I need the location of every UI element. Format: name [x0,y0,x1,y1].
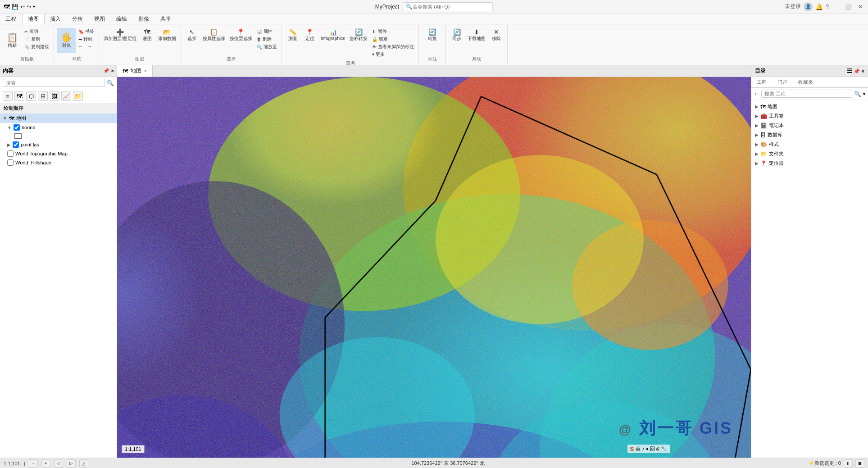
world-topo-checkbox[interactable] [7,150,14,157]
stop-status-btn[interactable]: ⏹ [855,459,864,468]
browse-btn[interactable]: 🖐 浏览 [57,28,76,53]
point-las-checkbox[interactable] [13,141,19,148]
layer-item-map[interactable]: ▼ 🗺 地图 [0,114,117,123]
download-icon: ⬇ [474,29,479,35]
layer-item-point-las[interactable]: ▶ point.las [0,140,117,149]
raster-btn[interactable]: 🖼 [50,91,59,101]
select-by-loc-btn[interactable]: 📍 按位置选择 [228,28,254,42]
group-btn[interactable]: 📁 [73,91,83,101]
infographics-btn[interactable]: 📊 Infographics [319,28,347,42]
pan-up-btn[interactable]: △ [79,459,88,468]
map-view-tab[interactable]: 🗺 地图 × [117,65,153,77]
select-by-attr-btn[interactable]: 📋 按属性选择 [201,28,227,42]
close-btn[interactable]: ✕ [856,4,864,10]
scale-down-btn[interactable]: - [29,459,38,468]
goto-btn[interactable]: ➡ 转到 [77,36,96,43]
toc-item-notebook[interactable]: ▶ 📓 笔记本 [751,121,868,130]
select-attr-icon: 📋 [210,29,218,35]
paste-btn[interactable]: 📋 粘贴 [3,28,22,53]
toc-item-folder[interactable]: ▶ 📁 文件夹 [751,149,868,159]
pause-status-btn[interactable]: ⏸ [844,459,853,468]
toc-item-toolbox[interactable]: ▶ 🧰 工具箱 [751,111,868,121]
bound-checkbox[interactable] [14,124,20,131]
zoom-sel-btn[interactable]: 🔍 缩放至 [255,43,279,50]
locate-btn[interactable]: 📍 定位 [302,28,318,42]
measure-btn[interactable]: 📏 测量 [285,28,301,42]
feature-btn[interactable]: ⬡ [26,91,36,101]
catalog-pin-btn[interactable]: 📌 [854,68,860,74]
tab-project[interactable]: 工程 [0,14,22,24]
dropdown-btn[interactable]: ▾ [33,4,35,9]
contents-close-btn[interactable]: × [111,68,114,74]
redo-btn[interactable]: ↪ [27,4,31,10]
copy-btn[interactable]: 📄 复制 [23,36,51,43]
scale-up-btn[interactable]: + [41,459,50,468]
layer-item-bound[interactable]: ▼ bound [0,123,117,132]
toc-search-input[interactable] [761,90,852,98]
tab-imagery[interactable]: 影像 [133,14,155,24]
scale-value: 1:1,101 [125,446,141,452]
minimize-btn[interactable]: — [832,4,841,10]
catalog-close-btn[interactable]: × [862,68,864,74]
lock-btn[interactable]: 🔒 锁定 [370,36,416,43]
basemap-btn[interactable]: 🗺 底图 [139,28,155,42]
copy-path-btn[interactable]: 📎 复制路径 [23,43,51,50]
coord-transform-btn[interactable]: 🔄 坐标转换 [348,28,369,42]
nav-back-btn[interactable]: ← [77,43,85,49]
user-avatar[interactable]: 👤 [804,2,813,11]
toc-dropdown-btn[interactable]: ▾ [863,91,865,96]
tab-favorites[interactable]: 收藏夹 [793,77,818,87]
toc-search-icon[interactable]: 🔍 [854,91,861,97]
attribute-btn[interactable]: 📊 属性 [255,28,279,35]
catalog-menu-btn[interactable]: ☰ [847,68,852,74]
pan-left-btn[interactable]: ◁ [54,459,63,468]
download-map-btn[interactable]: ⬇ 下载地图 [466,28,487,42]
toc-item-style[interactable]: ▶ 🎨 样式 [751,140,868,149]
tab-insert[interactable]: 插入 [45,14,67,24]
pan-right-btn[interactable]: ▷ [67,459,76,468]
layer-type-btn[interactable]: 🗺 [14,91,24,101]
list-view-btn[interactable]: ≡ [3,91,13,101]
tab-view[interactable]: 视图 [89,14,111,24]
contents-search-icon[interactable]: 🔍 [107,80,114,86]
layer-item-world-topo[interactable]: World Topographic Map [0,149,117,158]
cut-btn[interactable]: ✂ 剪切 [23,28,51,35]
nav-fwd-btn[interactable]: → [86,43,94,49]
toc-item-database[interactable]: ▶ 🗄 数据库 [751,130,868,140]
tab-share[interactable]: 共享 [155,14,177,24]
add-data-btn[interactable]: 📂 添加数据 [156,28,178,42]
toc-item-map[interactable]: ▶ 🗺 地图 [751,102,868,111]
help-btn[interactable]: ? [826,4,829,10]
table-btn[interactable]: ⊞ [38,91,48,101]
contents-search-input[interactable] [3,79,105,87]
global-search-input[interactable] [413,4,485,9]
remove-btn[interactable]: ✕ 移除 [488,28,504,42]
tab-edit[interactable]: 编辑 [111,14,133,24]
chart-btn[interactable]: 📈 [61,91,71,101]
view-unplaced-btn[interactable]: 👁 查看未脚踩的标注 [370,43,416,50]
convert-annotation-btn[interactable]: 🔄 转换 [424,28,441,42]
undo-btn[interactable]: ↩ [20,4,25,10]
world-hillshade-checkbox[interactable] [7,159,14,166]
bookmark-btn[interactable]: 🔖 书签 [77,28,96,35]
sync-btn[interactable]: 🔄 同步 [449,28,465,42]
toc-back-btn[interactable]: ← [754,91,759,97]
pause-btn[interactable]: ⏸ 暂停 [370,28,416,35]
global-search-box[interactable]: 🔍 [403,2,493,11]
tab-project[interactable]: 工程 [751,77,772,87]
tab-analysis[interactable]: 分析 [67,14,89,24]
tab-portal[interactable]: 门户 [772,77,793,87]
delete-sel-btn[interactable]: 🗑 删除 [255,36,279,43]
tab-map[interactable]: 地图 [22,14,45,24]
save-btn[interactable]: 💾 [12,4,18,10]
contents-pin-btn[interactable]: 📌 [103,68,109,74]
notification-icon[interactable]: 🔔 [815,3,823,10]
map-canvas[interactable]: @ 刘一哥 GIS S 英 ♪ ♦ 回 & 🔧 1:1,101 [117,77,751,458]
more-btn[interactable]: ▾ 更多 [370,51,416,58]
restore-btn[interactable]: ⬜ [843,4,854,10]
add-layer-btn[interactable]: ➕ 添加图层/图层组 [102,28,138,42]
select-btn[interactable]: ↖ 选择 [184,28,200,42]
layer-item-world-hillshade[interactable]: World_Hillshade [0,158,117,167]
toc-item-locator[interactable]: ▶ 📍 定位器 [751,159,868,168]
map-tab-close[interactable]: × [144,68,147,73]
